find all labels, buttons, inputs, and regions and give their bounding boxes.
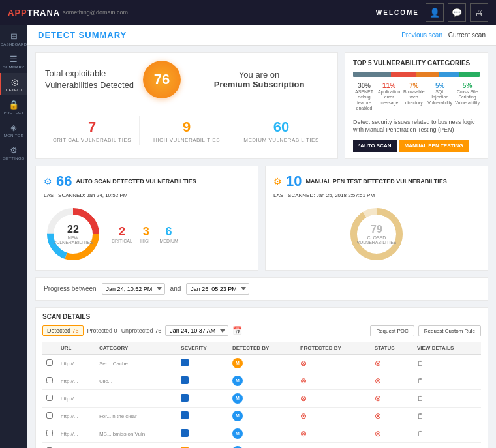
sidebar-item-dashboard[interactable]: ⊞ DASHBOARD xyxy=(0,27,27,49)
row-details[interactable]: 🗒 xyxy=(413,354,481,372)
row-url: http://... xyxy=(57,372,95,389)
sidebar-item-summary[interactable]: ☰ SUMMARY xyxy=(0,50,27,72)
prev-scan-link[interactable]: Previous scan xyxy=(401,31,442,38)
subscription-text: You are on Premium Subscription xyxy=(190,70,328,89)
row-status: ⊗ xyxy=(371,407,413,425)
bar-seg-4 xyxy=(439,72,459,77)
auto-scan-count: 66 xyxy=(56,173,72,190)
manual-gear-icon: ⚙ xyxy=(273,176,282,187)
date-filter-select[interactable]: Jan 24, 10:37 AM xyxy=(165,325,228,336)
protect-icon: 🔒 xyxy=(8,100,19,110)
vuln-title: Total exploitable Vulnerabilities Detect… xyxy=(45,68,134,91)
row-category: Ser... Cache. xyxy=(95,354,177,372)
top5-item-4: 5% SQL Injection Vulnerability xyxy=(427,82,452,112)
row-checkbox-input[interactable] xyxy=(46,359,53,366)
layout: ⊞ DASHBOARD ☰ SUMMARY ◎ DETECT 🔒 PROTECT… xyxy=(0,25,496,448)
closed-donut-label: 79 CLOSED VULNERABILITIES xyxy=(356,224,396,245)
table-row: http://... Clic... M ⊗ ⊗ 🗒 xyxy=(42,372,481,389)
auto-scan-header: ⚙ 66 AUTO SCAN DETECTED VULNERABILTIES xyxy=(44,173,250,190)
row-checkbox-input[interactable] xyxy=(46,430,53,436)
sidebar-item-detect[interactable]: ◎ DETECT xyxy=(0,73,27,95)
col-severity: SEVERITY xyxy=(177,342,228,355)
summary-icon: ☰ xyxy=(10,54,18,64)
row-checkbox-input[interactable] xyxy=(46,377,53,383)
request-poc-button[interactable]: Request POC xyxy=(370,325,414,336)
manual-pen-button[interactable]: MANUAL PEN TESTING xyxy=(399,140,469,152)
topbar-icons: 👤 💬 🖨 xyxy=(426,3,488,22)
sidebar-item-settings[interactable]: ⚙ SETTINGS xyxy=(0,142,27,163)
row-category: App... ction attack xyxy=(95,442,177,448)
chat-icon[interactable]: 💬 xyxy=(448,3,466,22)
settings-icon: ⚙ xyxy=(10,145,18,155)
progress-to-select[interactable]: Jan 25, 05:23 PM xyxy=(186,283,249,295)
table-row: http://... Ser... Cache. M ⊗ ⊗ 🗒 xyxy=(42,354,481,372)
dashboard-icon: ⊞ xyxy=(10,31,18,41)
row-details[interactable]: 🗒 xyxy=(413,407,481,425)
calendar-icon[interactable]: 📅 xyxy=(232,326,242,335)
auto-scan-button[interactable]: *AUTO SCAN xyxy=(353,140,397,152)
welcome-label: WELCOME xyxy=(376,9,419,16)
row-details[interactable]: 🗒 xyxy=(413,389,481,407)
bar-seg-5 xyxy=(459,72,480,77)
filter-detected-badge[interactable]: Detected 76 xyxy=(42,325,84,336)
row-checkbox[interactable] xyxy=(42,372,57,389)
vuln-total-number: 76 xyxy=(143,61,181,98)
detect-icon: ◎ xyxy=(11,77,18,87)
auto-scan-box: ⚙ 66 AUTO SCAN DETECTED VULNERABILTIES L… xyxy=(35,166,258,271)
manual-scan-count: 10 xyxy=(286,173,302,190)
sidebar-label-settings: SETTINGS xyxy=(3,157,24,160)
auto-scan-donut: 22 NEW VULNERABILITIES xyxy=(44,205,102,263)
auto-gear-icon: ⚙ xyxy=(44,176,52,187)
row-checkbox[interactable] xyxy=(42,442,57,448)
row-checkbox-input[interactable] xyxy=(46,395,53,401)
table-header-row: URL CATEGORY SEVERITY DETECTED BY PROTEC… xyxy=(42,342,481,355)
row-details[interactable]: 🗒 xyxy=(413,442,481,448)
table-row: http://... App... ction attack M ⊗ ⊗ 🗒 xyxy=(42,442,481,448)
sidebar-item-protect[interactable]: 🔒 PROTECT xyxy=(0,96,27,117)
col-protected: PROTECTED BY xyxy=(296,342,371,355)
top5-card: TOP 5 VULNERABILITY CATEGORIES 30% ASPN xyxy=(345,52,488,159)
row-category: MS... bmission Vuln xyxy=(95,425,177,442)
filter-protected-text: Protected 0 xyxy=(87,327,117,334)
table-body: http://... Ser... Cache. M ⊗ ⊗ 🗒 http://… xyxy=(42,354,481,448)
row-status: ⊗ xyxy=(371,389,413,407)
monitor-icon: ◈ xyxy=(10,123,17,132)
row-details[interactable]: 🗒 xyxy=(413,425,481,442)
top5-bar xyxy=(353,72,480,77)
filter-unprotected-text: Unprotected 76 xyxy=(121,327,162,334)
row-details[interactable]: 🗒 xyxy=(413,372,481,389)
user-icon[interactable]: 👤 xyxy=(426,3,444,22)
row-checkbox[interactable] xyxy=(42,425,57,442)
top5-item-2: 11% Application error message xyxy=(378,82,400,112)
row-checkbox[interactable] xyxy=(42,354,57,372)
sidebar-item-monitor[interactable]: ◈ MONITOR xyxy=(0,119,27,140)
top5-item-1: 30% ASPNET debug feature enabled xyxy=(353,82,375,112)
page-title: DETECT SUMMARY xyxy=(38,30,127,40)
row-url: http://... xyxy=(57,407,95,425)
row-severity xyxy=(177,389,228,407)
row-url: http://... xyxy=(57,389,95,407)
row-checkbox-input[interactable] xyxy=(46,412,53,419)
table-row: http://... ... M ⊗ ⊗ 🗒 xyxy=(42,389,481,407)
row-status: ⊗ xyxy=(371,372,413,389)
progress-from-select[interactable]: Jan 24, 10:52 PM xyxy=(102,283,165,295)
col-url: URL xyxy=(57,342,95,355)
row-detected: M xyxy=(228,372,296,389)
request-custom-button[interactable]: Request Custom Rule xyxy=(418,325,481,336)
top-section: Total exploitable Vulnerabilities Detect… xyxy=(35,52,488,159)
row-detected: M xyxy=(228,354,296,372)
row-category: Clic... xyxy=(95,372,177,389)
row-checkbox[interactable] xyxy=(42,389,57,407)
topbar-email: something@domain.com xyxy=(63,9,128,16)
scan-small-counts: 2 CRITICAL 3 HIGH 6 MEDIUM xyxy=(112,225,178,243)
sidebar-label-monitor: MONITOR xyxy=(4,134,23,138)
sidebar: ⊞ DASHBOARD ☰ SUMMARY ◎ DETECT 🔒 PROTECT… xyxy=(0,25,27,448)
top5-items: 30% ASPNET debug feature enabled 11% App… xyxy=(353,82,480,112)
medium-count: 60 MEDIUM VULNERABILITIES xyxy=(234,116,328,145)
auto-scan-title: AUTO SCAN DETECTED VULNERABILTIES xyxy=(76,178,196,185)
print-icon[interactable]: 🖨 xyxy=(470,3,488,22)
col-status: STATUS xyxy=(371,342,413,355)
row-checkbox[interactable] xyxy=(42,407,57,425)
row-severity xyxy=(177,407,228,425)
high-count: 9 HIGH VULNERABILITIES xyxy=(140,116,234,145)
